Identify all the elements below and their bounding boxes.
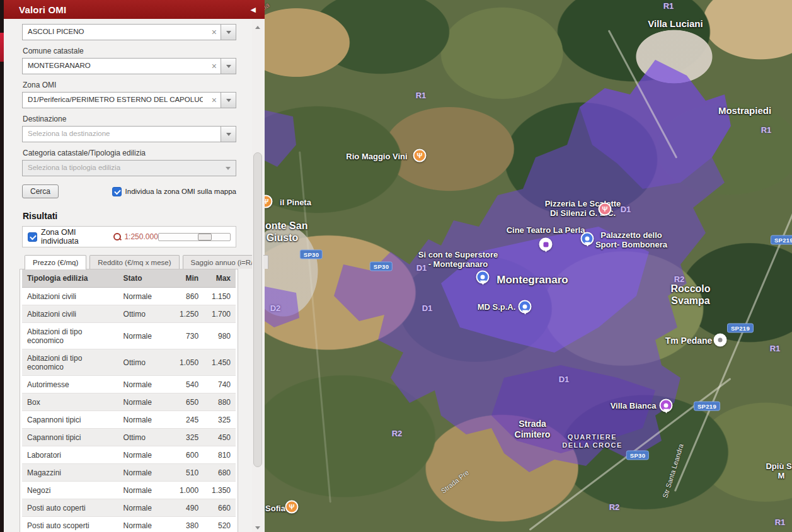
table-row: NegoziNormale1.0001.350	[22, 482, 236, 499]
cell-tipologia: Box	[22, 393, 118, 411]
cell-tipologia: Capannoni tipici	[22, 411, 118, 429]
sofia-marker[interactable]: Ψ	[285, 501, 299, 514]
cell-tipologia: Capannoni tipici	[22, 429, 118, 446]
map-label-dpiu-supermercato: Dpiù SuM	[766, 461, 792, 481]
cell-stato: Normale	[118, 288, 174, 305]
map-street-label: Str Santa Leandra	[661, 443, 685, 499]
cell-tipologia: Abitazioni civili	[22, 305, 118, 323]
table-row: Abitazioni civiliNormale8601.150	[22, 288, 236, 305]
panel-scrollbar[interactable]	[252, 19, 263, 532]
cell-tipologia: Posti auto coperti	[22, 499, 118, 517]
zona-individuata-label: Zona OMI individuata	[41, 228, 106, 246]
table-row: Abitazioni civiliOttimo1.2501.700	[22, 305, 236, 323]
cerca-button[interactable]: Cerca	[22, 184, 59, 198]
table-header-row: Tipologia edilizia Stato Min Max	[22, 269, 236, 288]
zona-omi-combobox[interactable]: D1/Periferica/PERIMETRO ESTERNO DEL CAPO…	[22, 92, 236, 108]
map-label-monte-san-giusto: Monte SanGiusto	[265, 220, 307, 244]
map-label-cine-teatro-la-perla: Cine Teatro La Perla	[507, 225, 585, 235]
zona-omi-value: D1/Periferica/PERIMETRO ESTERNO DEL CAPO…	[28, 96, 203, 103]
chevron-down-icon[interactable]	[221, 25, 236, 40]
map-zone-label-r1: R1	[770, 344, 781, 353]
provincia-combobox[interactable]: ASCOLI PICENO ×	[22, 24, 236, 40]
clear-icon[interactable]: ×	[212, 95, 217, 105]
table-row: Capannoni tipiciOttimo325450	[22, 429, 236, 446]
cell-max: 1.700	[204, 305, 236, 323]
scrollbar-thumb[interactable]	[253, 152, 262, 467]
categoria-label: Categoria catastale/Tipologia edilizia	[23, 149, 234, 157]
cell-min: 380	[174, 517, 204, 532]
categoria-combobox[interactable]: Seleziona la tipologia edilizia	[22, 160, 236, 176]
map-label-si-con-te-superstore: Si con te Superstore- Montegranaro	[418, 250, 498, 269]
cell-stato: Normale	[118, 376, 174, 393]
map-label-tm-pedane: Tm Pedane	[665, 336, 713, 346]
chevron-down-icon[interactable]	[221, 127, 236, 142]
scroll-down-icon[interactable]	[252, 521, 263, 531]
col-max: Max	[204, 269, 236, 288]
cell-max: 880	[204, 393, 236, 411]
omi-zone-upper-lobe	[580, 60, 731, 189]
results-status-box: Zona OMI individuata 1:250.000	[22, 226, 236, 247]
map-zone-label-r1: R1	[416, 91, 427, 100]
scroll-up-icon[interactable]	[252, 20, 263, 30]
left-edge-strip	[0, 0, 4, 532]
superstore-marker[interactable]	[476, 271, 490, 284]
map-scale-value: 1:250.000	[124, 232, 158, 241]
road-badge-sp219: SP219	[727, 324, 754, 333]
map-street-label: Corridonia	[265, 1, 271, 27]
zona-individuata-checkbox[interactable]	[28, 232, 37, 242]
cell-min: 510	[174, 464, 204, 482]
cell-stato: Normale	[118, 393, 174, 411]
zoom-slider-thumb[interactable]	[198, 234, 212, 241]
cell-stato: Normale	[118, 323, 174, 349]
map-zone-label-r1: R1	[761, 125, 772, 135]
table-row: MagazziniNormale510680	[22, 464, 236, 482]
omi-sidebar: Valori OMI ◀ ASCOLI PICENO × Comune cata…	[0, 0, 265, 532]
tab-reddito[interactable]: Reddito (€/mq x mese)	[89, 255, 179, 269]
palazzetto-marker[interactable]	[581, 232, 594, 246]
cell-min: 650	[174, 393, 204, 411]
chevron-down-icon	[226, 167, 231, 173]
individua-zona-label: Individua la zona OMI sulla mappa	[125, 188, 236, 195]
shopping-marker[interactable]	[539, 238, 553, 251]
destinazione-placeholder: Seleziona la destinazione	[28, 130, 203, 137]
clear-icon[interactable]: ×	[212, 61, 217, 71]
rio-maggio-vini-marker[interactable]: Ψ	[413, 149, 427, 162]
risultati-heading: Risultati	[23, 211, 234, 221]
road-badge-sp219: SP219	[771, 235, 792, 245]
cell-max: 810	[204, 446, 236, 464]
road-line-north	[608, 30, 678, 158]
map-zone-label-r2: R2	[392, 429, 403, 438]
table-row: Capannoni tipiciNormale245325	[22, 411, 236, 429]
destinazione-combobox[interactable]: Seleziona la destinazione	[22, 126, 236, 142]
chevron-down-icon[interactable]	[221, 93, 236, 108]
app-frame: Valori OMI ◀ ASCOLI PICENO × Comune cata…	[0, 0, 792, 532]
map-zone-label-r2: R2	[609, 502, 620, 512]
md-spa-marker[interactable]	[519, 300, 532, 314]
il-pineta-marker[interactable]: Ψ	[265, 195, 273, 208]
zoom-slider[interactable]	[158, 233, 231, 241]
tm-pedane-marker[interactable]	[714, 334, 727, 347]
map-label-rio-maggio-vini: Rio Maggio Vini	[346, 152, 407, 161]
panel-header: Valori OMI ◀	[0, 0, 265, 19]
chevron-down-icon[interactable]	[221, 59, 236, 74]
comune-combobox[interactable]: MONTEGRANARO ×	[22, 58, 236, 74]
villa-bianca-marker[interactable]	[660, 399, 673, 412]
cell-stato: Normale	[118, 499, 174, 517]
tab-prezzo[interactable]: Prezzo (€/mq)	[25, 255, 86, 269]
zona-omi-label: Zona OMI	[23, 81, 234, 89]
individua-zona-checkbox[interactable]	[112, 187, 122, 196]
cell-min: 245	[174, 411, 204, 429]
map-canvas[interactable]: Villa LucianiMostrapiediRio Maggio Vinii…	[265, 0, 792, 532]
map-zone-label-d1: D1	[422, 303, 433, 313]
pizzeria-marker[interactable]: Ψ	[599, 203, 612, 216]
map-street-label: Strada Pre	[440, 468, 471, 495]
cell-max: 740	[204, 376, 236, 393]
collapse-panel-icon[interactable]: ◀	[251, 6, 256, 14]
omi-zone-west-patch-1	[265, 110, 296, 167]
map-label-quartiere-della-croce: QUARTIEREDELLA CROCE	[562, 433, 623, 450]
map-label-montegranaro: Montegranaro	[496, 274, 568, 286]
map-zone-label-r1: R1	[663, 1, 674, 11]
cell-max: 1.450	[204, 349, 236, 376]
clear-icon[interactable]: ×	[212, 27, 217, 37]
cell-stato: Ottimo	[118, 305, 174, 323]
